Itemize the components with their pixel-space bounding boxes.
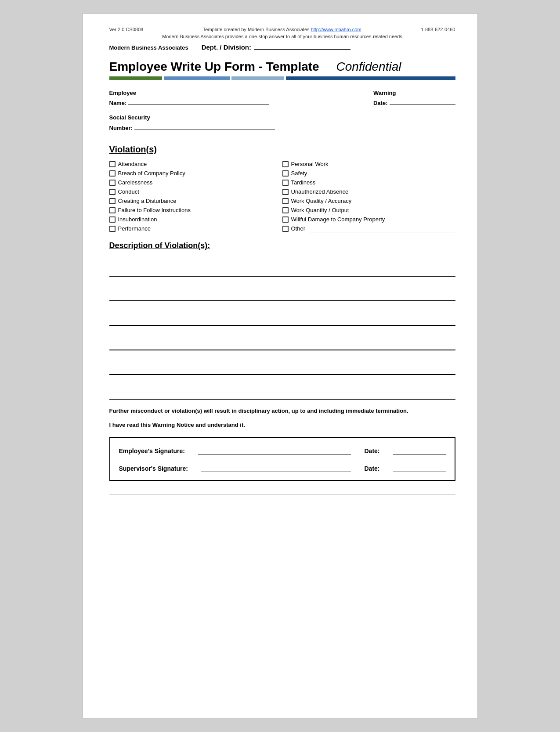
checkbox-other: Other xyxy=(282,225,455,232)
checkbox-work-quantity-label: Work Quantity / Output xyxy=(291,207,349,213)
checkbox-insubordination: Insubordination xyxy=(109,216,282,223)
checkbox-personal-work: Personal Work xyxy=(282,161,455,167)
employee-sig-date-line[interactable] xyxy=(393,446,446,454)
ssn-input-line[interactable] xyxy=(134,122,275,130)
other-input-line[interactable] xyxy=(310,225,455,232)
description-line-6[interactable] xyxy=(109,382,455,400)
employee-sig-line[interactable] xyxy=(198,446,351,454)
dept-label: Dept. / Division: xyxy=(202,43,251,51)
website-link[interactable]: http://www.mbahro.com xyxy=(311,27,361,32)
violations-title: Violation(s) xyxy=(109,144,455,155)
checkbox-attendance-box[interactable] xyxy=(109,161,116,167)
checkbox-work-quantity: Work Quantity / Output xyxy=(282,207,455,213)
employee-name-group: Employee Name: xyxy=(109,90,269,106)
checkbox-willful-damage-box[interactable] xyxy=(282,216,289,223)
checkbox-insubordination-box[interactable] xyxy=(109,216,116,223)
supervisor-sig-date-label: Date: xyxy=(364,465,379,472)
description-line-2[interactable] xyxy=(109,284,455,301)
checkbox-tardiness-box[interactable] xyxy=(282,180,289,186)
checkbox-failure: Failure to Follow Instructions xyxy=(109,207,282,213)
form-title: Employee Write Up Form - Template Confid… xyxy=(109,60,455,74)
description-line-4[interactable] xyxy=(109,333,455,350)
color-bar xyxy=(109,76,455,80)
checkbox-tardiness-label: Tardiness xyxy=(291,179,316,186)
header-meta: Ver 2.0 CS0808 Template created by Moder… xyxy=(109,27,455,32)
checkbox-disturbance-box[interactable] xyxy=(109,198,116,204)
checkbox-performance-label: Performance xyxy=(118,225,151,232)
checkbox-other-label: Other xyxy=(291,225,306,232)
checkbox-attendance: Attendance xyxy=(109,161,282,167)
name-warning-row: Employee Name: Warning Date: xyxy=(109,90,455,106)
warning-date-group: Warning Date: xyxy=(373,90,455,106)
color-bar-green xyxy=(109,76,162,80)
checkbox-performance: Performance xyxy=(109,225,282,232)
checkbox-other-box[interactable] xyxy=(282,226,289,232)
checkbox-insubordination-label: Insubordination xyxy=(118,216,157,223)
checkbox-disturbance: Creating a Disturbance xyxy=(109,198,282,204)
description-title: Description of Violation(s): xyxy=(109,241,455,250)
company-dept-line: Modern Business Associates Dept. / Divis… xyxy=(109,43,455,51)
page: Ver 2.0 CS0808 Template created by Moder… xyxy=(83,13,478,719)
violations-left-col: Attendance Breach of Company Policy Care… xyxy=(109,161,282,232)
checkbox-unauthorized-absence: Unauthorized Absence xyxy=(282,188,455,195)
checkbox-disturbance-label: Creating a Disturbance xyxy=(118,198,177,204)
checkbox-unauthorized-absence-box[interactable] xyxy=(282,189,289,195)
checkbox-work-quality-label: Work Quality / Accuracy xyxy=(291,198,352,204)
misconduct-notice: Further misconduct or violation(s) will … xyxy=(109,407,455,415)
checkbox-personal-work-box[interactable] xyxy=(282,161,289,167)
employee-sig-date-label: Date: xyxy=(364,447,379,454)
checkbox-safety-label: Safety xyxy=(291,170,307,177)
checkbox-breach-label: Breach of Company Policy xyxy=(118,170,185,177)
employee-sig-label: Employee's Signature: xyxy=(119,447,185,454)
checkbox-safety: Safety xyxy=(282,170,455,177)
checkbox-breach: Breach of Company Policy xyxy=(109,170,282,177)
checkbox-performance-box[interactable] xyxy=(109,226,116,232)
supervisor-sig-date-line[interactable] xyxy=(393,463,446,472)
checkbox-personal-work-label: Personal Work xyxy=(291,161,329,167)
checkbox-willful-damage: Willful Damage to Company Property xyxy=(282,216,455,223)
warning-label: Warning xyxy=(373,90,455,96)
form-title-text: Employee Write Up Form - Template xyxy=(109,60,319,73)
name-label: Name: xyxy=(109,100,127,106)
dept-value-line[interactable] xyxy=(254,43,350,50)
bottom-line xyxy=(109,494,455,494)
supervisor-sig-line[interactable] xyxy=(201,463,351,472)
description-line-3[interactable] xyxy=(109,308,455,326)
description-line-1[interactable] xyxy=(109,259,455,277)
checkbox-carelessness-label: Carelessness xyxy=(118,179,153,186)
warning-date-input-line[interactable] xyxy=(390,97,455,105)
name-input-line[interactable] xyxy=(128,97,269,105)
ssn-group: Social Security Number: xyxy=(109,113,455,131)
checkbox-willful-damage-label: Willful Damage to Company Property xyxy=(291,216,385,223)
checkbox-work-quality-box[interactable] xyxy=(282,198,289,204)
ssn-number-label: Number: xyxy=(109,125,133,131)
version-text: Ver 2.0 CS0808 xyxy=(109,27,144,32)
violations-columns: Attendance Breach of Company Policy Care… xyxy=(109,161,455,232)
employee-label: Employee xyxy=(109,90,269,96)
header-center: Template created by Modern Business Asso… xyxy=(143,27,421,32)
checkbox-conduct-box[interactable] xyxy=(109,189,116,195)
violations-section: Violation(s) Attendance Breach of Compan… xyxy=(109,144,455,232)
color-bar-blue1 xyxy=(164,76,230,80)
checkbox-unauthorized-absence-label: Unauthorized Absence xyxy=(291,188,349,195)
supervisor-sig-label: Supervisor's Signature: xyxy=(119,465,188,472)
confirm-text: I have read this Warning Notice and unde… xyxy=(109,422,455,428)
company-name: Modern Business Associates xyxy=(109,44,188,51)
checkbox-conduct-label: Conduct xyxy=(118,188,139,195)
color-bar-navy xyxy=(286,76,455,80)
checkbox-carelessness-box[interactable] xyxy=(109,180,116,186)
checkbox-safety-box[interactable] xyxy=(282,170,289,177)
checkbox-failure-box[interactable] xyxy=(109,207,116,213)
checkbox-conduct: Conduct xyxy=(109,188,282,195)
checkbox-tardiness: Tardiness xyxy=(282,179,455,186)
ssn-label: Social Security xyxy=(109,114,150,121)
checkbox-failure-label: Failure to Follow Instructions xyxy=(118,207,191,213)
checkbox-work-quantity-box[interactable] xyxy=(282,207,289,213)
checkbox-work-quality: Work Quality / Accuracy xyxy=(282,198,455,204)
header-tagline: Modern Business Associates provides a on… xyxy=(109,34,455,39)
description-line-5[interactable] xyxy=(109,357,455,375)
checkbox-breach-box[interactable] xyxy=(109,170,116,177)
confidential-text: Confidential xyxy=(336,60,401,73)
signature-box: Employee's Signature: Date: Supervisor's… xyxy=(109,437,455,481)
employee-sig-row: Employee's Signature: Date: xyxy=(119,446,446,454)
